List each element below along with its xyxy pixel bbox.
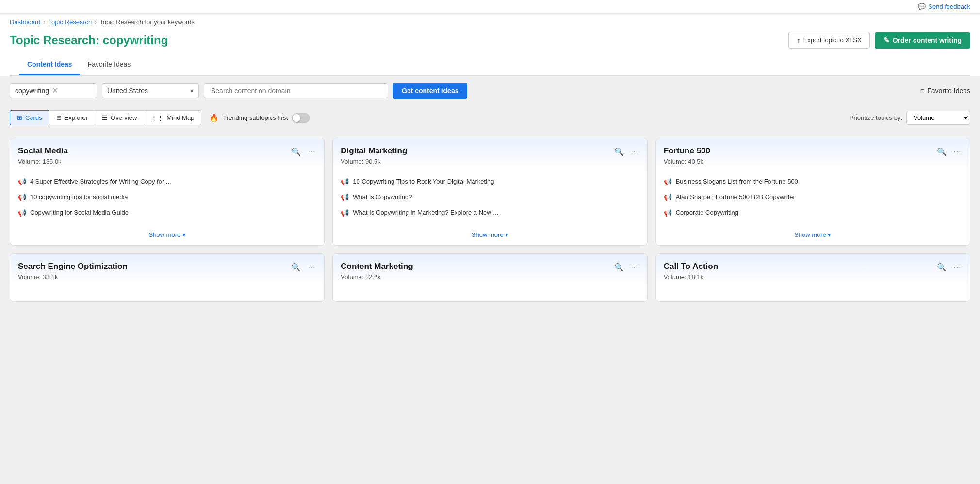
priority-select[interactable]: Volume Topic Efficiency — [906, 111, 970, 125]
tab-content-ideas[interactable]: Content Ideas — [19, 54, 80, 75]
tab-favorite-ideas[interactable]: Favorite Ideas — [80, 54, 139, 75]
export-button[interactable]: ↑ Export topic to XLSX — [788, 32, 869, 49]
card-call-to-action-volume: Volume: 18.1k — [664, 273, 718, 281]
get-content-ideas-button[interactable]: Get content ideas — [393, 83, 467, 99]
toggle-knob — [293, 114, 300, 122]
breadcrumb-dashboard[interactable]: Dashboard — [10, 18, 41, 26]
trending-label: Trending subtopics first — [223, 114, 288, 121]
card-fortune-500-header: Fortune 500 Volume: 40.5k 🔍 ⋯ — [656, 138, 970, 169]
card-call-to-action-title: Call To Action — [664, 262, 718, 271]
cards-container: Social Media Volume: 135.0k 🔍 ⋯ 📢 4 Supe… — [0, 130, 980, 484]
country-value: United States — [107, 87, 148, 95]
view-cards-button[interactable]: ⊞ Cards — [10, 110, 49, 125]
card-digital-marketing-header: Digital Marketing Volume: 90.5k 🔍 ⋯ — [333, 138, 647, 169]
card-digital-marketing-show-more[interactable]: Show more ▾ — [472, 231, 508, 238]
card-fortune-500-search-button[interactable]: 🔍 — [936, 146, 947, 157]
card-fortune-500-body: 📢 Business Slogans List from the Fortune… — [656, 169, 970, 226]
list-item: 📢 Alan Sharpe | Fortune 500 B2B Copywrit… — [664, 189, 962, 205]
view-controls: ⊞ Cards ⊟ Explorer ☰ Overview ⋮⋮ Mind Ma… — [0, 105, 980, 130]
view-toggle-group: ⊞ Cards ⊟ Explorer ☰ Overview ⋮⋮ Mind Ma… — [10, 110, 310, 125]
card-content-marketing-search-button[interactable]: 🔍 — [613, 262, 625, 273]
card-seo-volume: Volume: 33.1k — [18, 273, 128, 281]
megaphone-icon: 📢 — [18, 178, 26, 185]
card-content-marketing-volume: Volume: 22.2k — [341, 273, 413, 281]
breadcrumb-current: Topic Research for your keywords — [99, 18, 195, 26]
list-item: 📢 Business Slogans List from the Fortune… — [664, 174, 962, 189]
order-content-button[interactable]: ✎ Order content writing — [875, 32, 970, 49]
megaphone-icon: 📢 — [664, 209, 672, 217]
fire-icon: 🔥 — [209, 113, 219, 122]
card-social-media-header: Social Media Volume: 135.0k 🔍 ⋯ — [10, 138, 324, 169]
card-digital-marketing-title: Digital Marketing — [341, 146, 407, 156]
page-title: Topic Research: copywriting — [10, 33, 168, 47]
title-actions: ↑ Export topic to XLSX ✎ Order content w… — [788, 32, 970, 49]
upload-icon: ↑ — [797, 36, 800, 44]
card-fortune-500-more-button[interactable]: ⋯ — [952, 146, 962, 157]
list-item: 📢 What Is Copywriting in Marketing? Expl… — [341, 205, 639, 220]
card-seo-search-button[interactable]: 🔍 — [290, 262, 302, 273]
card-social-media-volume: Volume: 135.0k — [18, 158, 68, 165]
controls-bar: copywriting ✕ United States ▾ Get conten… — [0, 76, 980, 105]
megaphone-icon: 📢 — [18, 193, 26, 201]
mindmap-icon: ⋮⋮ — [151, 114, 163, 121]
card-social-media-body: 📢 4 Super Effective Strategies for Writi… — [10, 169, 324, 226]
chevron-down-icon: ▾ — [190, 87, 194, 95]
card-digital-marketing-more-button[interactable]: ⋯ — [630, 146, 639, 157]
megaphone-icon: 📢 — [341, 178, 349, 185]
list-item: 📢 10 Copywriting Tips to Rock Your Digit… — [341, 174, 639, 189]
card-social-media: Social Media Volume: 135.0k 🔍 ⋯ 📢 4 Supe… — [10, 138, 325, 246]
domain-search-input[interactable] — [204, 83, 388, 98]
card-fortune-500-show-more[interactable]: Show more ▾ — [794, 231, 831, 238]
send-feedback-link[interactable]: 💬 Send feedback — [918, 3, 970, 10]
card-fortune-500-title: Fortune 500 — [664, 146, 710, 156]
view-overview-button[interactable]: ☰ Overview — [95, 110, 144, 125]
card-seo-title: Search Engine Optimization — [18, 262, 128, 271]
card-content-marketing-more-button[interactable]: ⋯ — [630, 262, 639, 273]
breadcrumb-topic-research[interactable]: Topic Research — [49, 18, 92, 26]
card-call-to-action: Call To Action Volume: 18.1k 🔍 ⋯ — [655, 253, 970, 302]
list-item: 📢 Copywriting for Social Media Guide — [18, 205, 316, 220]
view-mindmap-button[interactable]: ⋮⋮ Mind Map — [144, 110, 201, 125]
card-seo-more-button[interactable]: ⋯ — [307, 262, 316, 273]
megaphone-icon: 📢 — [18, 209, 26, 217]
megaphone-icon: 📢 — [664, 193, 672, 201]
keyword-value: copywriting — [15, 87, 49, 95]
cards-icon: ⊞ — [17, 114, 22, 121]
country-selector[interactable]: United States ▾ — [102, 83, 199, 98]
breadcrumb-sep-1: › — [44, 19, 46, 26]
trending-toggle-switch[interactable] — [292, 113, 310, 123]
card-digital-marketing-volume: Volume: 90.5k — [341, 158, 407, 165]
breadcrumb: Dashboard › Topic Research › Topic Resea… — [10, 14, 970, 29]
card-content-marketing: Content Marketing Volume: 22.2k 🔍 ⋯ — [332, 253, 647, 302]
list-item: 📢 10 copywriting tips for social media — [18, 189, 316, 205]
card-social-media-show-more[interactable]: Show more ▾ — [148, 231, 185, 238]
trending-toggle: 🔥 Trending subtopics first — [209, 113, 310, 123]
card-seo-header: Search Engine Optimization Volume: 33.1k… — [10, 254, 324, 284]
card-content-marketing-header: Content Marketing Volume: 22.2k 🔍 ⋯ — [333, 254, 647, 284]
chat-icon: 💬 — [918, 3, 926, 10]
card-call-to-action-search-button[interactable]: 🔍 — [936, 262, 947, 273]
clear-keyword-button[interactable]: ✕ — [52, 87, 58, 95]
card-call-to-action-header: Call To Action Volume: 18.1k 🔍 ⋯ — [656, 254, 970, 284]
megaphone-icon: 📢 — [664, 178, 672, 185]
list-item: 📢 4 Super Effective Strategies for Writi… — [18, 174, 316, 189]
list-icon: ≡ — [920, 87, 924, 95]
card-digital-marketing-search-button[interactable]: 🔍 — [613, 146, 625, 157]
keyword-input-wrapper: copywriting ✕ — [10, 83, 97, 98]
card-social-media-more-button[interactable]: ⋯ — [307, 146, 316, 157]
explorer-icon: ⊟ — [56, 114, 62, 121]
card-call-to-action-more-button[interactable]: ⋯ — [952, 262, 962, 273]
prioritize-controls: Prioritize topics by: Volume Topic Effic… — [849, 111, 970, 125]
view-explorer-button[interactable]: ⊟ Explorer — [49, 110, 95, 125]
card-social-media-search-button[interactable]: 🔍 — [290, 146, 302, 157]
card-content-marketing-title: Content Marketing — [341, 262, 413, 271]
pencil-icon: ✎ — [883, 36, 890, 45]
favorite-ideas-button[interactable]: ≡ Favorite Ideas — [920, 87, 970, 95]
card-fortune-500: Fortune 500 Volume: 40.5k 🔍 ⋯ 📢 Business… — [655, 138, 970, 246]
list-item: 📢 What is Copywriting? — [341, 189, 639, 205]
megaphone-icon: 📢 — [341, 209, 349, 217]
card-digital-marketing: Digital Marketing Volume: 90.5k 🔍 ⋯ 📢 10… — [332, 138, 647, 246]
list-item: 📢 Corporate Copywriting — [664, 205, 962, 220]
overview-icon: ☰ — [102, 114, 108, 121]
card-social-media-title: Social Media — [18, 146, 68, 156]
